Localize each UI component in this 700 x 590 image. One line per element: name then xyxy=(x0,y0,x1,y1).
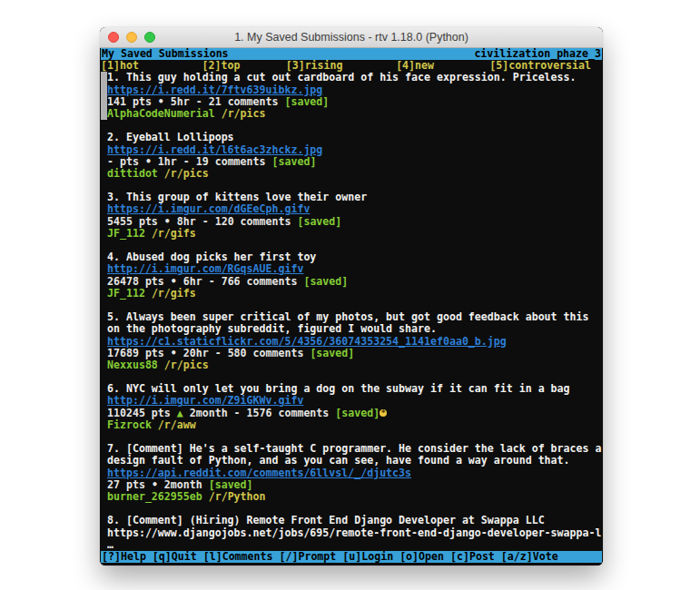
saved-badge: [saved] xyxy=(303,276,348,288)
zoom-button[interactable] xyxy=(144,32,155,43)
subreddit-link[interactable]: /r/gifs xyxy=(152,288,196,300)
submission-url[interactable]: http://i.imgur.com/RGqsAUE.gifv xyxy=(107,263,303,275)
gutter xyxy=(101,132,107,143)
statusbar-command-a-z-vote[interactable]: [a/z]Vote xyxy=(501,551,558,563)
author-link[interactable]: JF_112 xyxy=(107,288,145,300)
submission-item: 3. This group of kittens love their owne… xyxy=(101,192,602,251)
submission-title[interactable]: 6. NYC will only let you bring a dog on … xyxy=(107,383,570,395)
gutter xyxy=(101,455,107,467)
submission-stats-line: - pts • 1hr - 19 comments [saved] xyxy=(101,156,602,168)
submission-title-line: design fault of Python, and as you can s… xyxy=(101,455,602,467)
submission-url-line: http://i.imgur.com/Z9iGKWv.gifv xyxy=(101,395,602,407)
subreddit-link[interactable]: /r/aww xyxy=(158,419,196,431)
sort-menu: [1]hot[2]top[3]rising[4]new[5]controvers… xyxy=(101,60,602,72)
score-text: 141 pts xyxy=(107,96,158,108)
saved-badge: [saved] xyxy=(272,156,317,168)
submission-author-line: JF_112 /r/gifs xyxy=(101,228,602,240)
gutter xyxy=(101,156,107,168)
submission-url[interactable]: https://c1.staticflickr.com/5/4356/36074… xyxy=(107,336,507,348)
gutter xyxy=(101,203,107,215)
sort-tab-hot[interactable]: [1]hot xyxy=(101,60,139,72)
logged-in-username: civilization_phaze_3 xyxy=(474,48,601,60)
age-comments-text: 6hr - 766 comments xyxy=(177,276,304,288)
submission-title[interactable]: on the photography subreddit, figured I … xyxy=(107,323,437,335)
selection-cursor xyxy=(101,108,107,120)
subreddit-link[interactable]: /r/pics xyxy=(164,168,209,180)
statusbar-command-u-login[interactable]: [u]Login xyxy=(342,551,393,563)
submission-title-line: 6. NYC will only let you bring a dog on … xyxy=(101,383,602,395)
statusbar-command-prompt[interactable]: [/]Prompt xyxy=(279,551,336,563)
minimize-button[interactable] xyxy=(126,32,137,43)
age-comments-text: 8hr - 120 comments xyxy=(171,216,298,228)
submission-title[interactable]: 3. This group of kittens love their owne… xyxy=(107,192,367,203)
titlebar[interactable]: 1. My Saved Submissions - rtv 1.18.0 (Py… xyxy=(100,27,603,48)
submission-url-line: https://i.redd.it/l6t6ac3zhckz.jpg xyxy=(101,144,602,156)
submission-title[interactable]: 7. [Comment] He's a self-taught C progra… xyxy=(107,443,601,455)
terminal-content: My Saved Submissions civilization_phaze_… xyxy=(100,48,603,565)
submission-item: 1. This guy holding a cut out cardboard … xyxy=(101,72,602,132)
gutter xyxy=(101,216,107,228)
submission-url[interactable]: https://api.reddit.com/comments/6llvsl/_… xyxy=(107,467,411,479)
bullet-separator: • xyxy=(171,348,177,359)
author-link[interactable]: AlphaCodeNumerial xyxy=(107,108,215,120)
bullet-separator: • xyxy=(158,96,164,108)
gutter xyxy=(101,336,107,348)
submission-title[interactable]: 5. Always been super critical of my phot… xyxy=(107,311,588,323)
truncation-line: … xyxy=(101,539,602,551)
saved-badge: [saved] xyxy=(335,408,380,419)
submission-item: 7. [Comment] He's a self-taught C progra… xyxy=(101,443,602,515)
submission-author-line: dittidot /r/pics xyxy=(101,168,602,180)
gutter xyxy=(101,479,107,491)
gutter xyxy=(101,144,107,156)
subreddit-link[interactable]: /r/gifs xyxy=(152,228,196,240)
selection-cursor xyxy=(101,72,107,84)
gutter xyxy=(101,311,107,323)
statusbar-command-o-open[interactable]: [o]Open xyxy=(399,551,444,563)
statusbar-command-q-quit[interactable]: [q]Quit xyxy=(153,551,197,563)
submission-title[interactable]: 8. [Comment] (Hiring) Remote Front End D… xyxy=(107,515,545,526)
submission-title[interactable]: 2. Eyeball Lollipops xyxy=(107,132,234,143)
gutter xyxy=(101,491,107,503)
submission-title[interactable]: design fault of Python, and as you can s… xyxy=(107,455,570,467)
author-link[interactable]: dittidot xyxy=(107,168,158,180)
submission-title[interactable]: 4. Abused dog picks her first toy xyxy=(107,251,316,263)
selection-cursor xyxy=(101,96,107,108)
submission-author-line: Nexxus88 /r/pics xyxy=(101,359,602,371)
author-link[interactable]: Nexxus88 xyxy=(107,359,158,371)
submission-stats-line: 141 pts • 5hr - 21 comments [saved] xyxy=(101,96,602,108)
sort-tab-rising[interactable]: [3]rising xyxy=(286,60,343,72)
sort-tab-new[interactable]: [4]new xyxy=(396,60,434,72)
submission-item: 6. NYC will only let you bring a dog on … xyxy=(101,383,602,443)
submission-title[interactable]: 1. This guy holding a cut out cardboard … xyxy=(107,72,577,84)
subreddit-link[interactable]: /r/pics xyxy=(164,359,209,371)
sort-tab-controversial[interactable]: [5]controversial xyxy=(489,60,591,72)
close-button[interactable] xyxy=(108,32,119,43)
status-bar: [?]Help [q]Quit [l]Comments [/]Prompt [u… xyxy=(101,551,602,563)
author-link[interactable]: Fizrock xyxy=(107,419,152,431)
statusbar-command-help[interactable]: [?]Help xyxy=(102,551,146,563)
submission-url[interactable]: https://i.redd.it/7ftv639uibkz.jpg xyxy=(107,84,322,96)
statusbar-command-c-post[interactable]: [c]Post xyxy=(450,551,495,563)
submission-item: 5. Always been super critical of my phot… xyxy=(101,311,602,383)
spacer-line xyxy=(101,431,602,443)
statusbar-command-l-comments[interactable]: [l]Comments xyxy=(203,551,273,563)
author-link[interactable]: burner_262955eb xyxy=(107,491,202,503)
truncation-ellipsis: … xyxy=(107,539,113,551)
gutter xyxy=(101,395,107,407)
author-link[interactable]: JF_112 xyxy=(107,228,145,240)
submission-url[interactable]: https://www.djangojobs.net/jobs/695/remo… xyxy=(107,527,601,539)
age-comments-text: 5hr - 21 comments xyxy=(164,96,285,108)
score-text: 27 pts xyxy=(107,479,152,491)
bullet-separator: • xyxy=(145,156,152,168)
submission-url[interactable]: https://i.imgur.com/dGEeCph.gifv xyxy=(107,203,310,215)
spacer-line xyxy=(101,240,602,251)
spacer-line xyxy=(101,120,602,132)
subreddit-link[interactable]: /r/Python xyxy=(209,491,266,503)
submission-url[interactable]: http://i.imgur.com/Z9iGKWv.gifv xyxy=(107,395,303,407)
subreddit-link[interactable]: /r/pics xyxy=(222,108,266,120)
submission-item: 8. [Comment] (Hiring) Remote Front End D… xyxy=(101,515,602,551)
sort-tab-top[interactable]: [2]top xyxy=(202,60,241,72)
submission-url[interactable]: https://i.redd.it/l6t6ac3zhckz.jpg xyxy=(107,144,322,156)
terminal-window: 1. My Saved Submissions - rtv 1.18.0 (Py… xyxy=(100,27,603,565)
gutter xyxy=(101,539,107,551)
